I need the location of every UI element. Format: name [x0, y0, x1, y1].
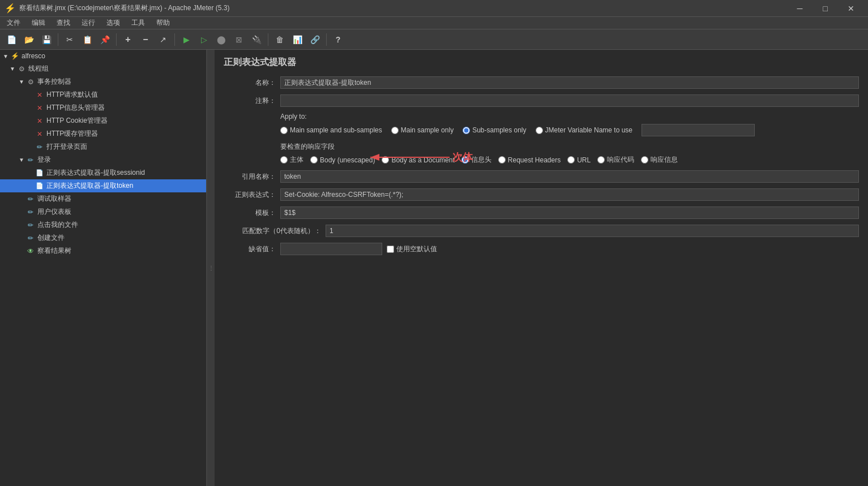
sidebar-item-regex-token[interactable]: 📄 正则表达式提取器-提取token [0, 179, 206, 192]
sidebar-item-http-cookie[interactable]: ✕ HTTP Cookie管理器 [0, 114, 206, 127]
alfresco-icon: ⚡ [10, 51, 19, 61]
comment-input[interactable] [280, 94, 859, 107]
sidebar-item-transaction-controller[interactable]: ▼ ⚙ 事务控制器 [0, 75, 206, 88]
use-default-row: 使用空默认值 [387, 244, 437, 254]
regex-sessionid-icon: 📄 [35, 169, 44, 178]
remote-button[interactable]: 🔗 [307, 32, 323, 48]
minimize-button[interactable]: ─ [787, 0, 813, 17]
run-button[interactable]: ▶ [178, 32, 194, 48]
radio-main-body[interactable]: 主体 [280, 155, 303, 165]
close-button[interactable]: ✕ [838, 0, 863, 17]
radio-info-head[interactable]: 信息头 [461, 155, 491, 165]
sidebar-item-http-defaults[interactable]: ✕ HTTP请求默认值 [0, 88, 206, 101]
radio-sub-only-input[interactable] [463, 127, 470, 134]
menu-item-文件[interactable]: 文件 [2, 17, 25, 29]
default-label: 缺省值： [224, 244, 280, 254]
radio-response-info-label: 响应信息 [651, 155, 678, 165]
match-num-row: 匹配数字（0代表随机）： [224, 225, 859, 237]
maximize-button[interactable]: □ [813, 0, 838, 17]
sidebar-item-create-file[interactable]: ✏ 创建文件 [0, 231, 206, 244]
name-input[interactable] [280, 76, 859, 89]
radio-main-sub-input[interactable] [280, 127, 288, 134]
sidebar-label-alfresco: alfresco [22, 52, 45, 60]
radio-body-unescaped-input[interactable] [310, 156, 318, 164]
ref-name-row: 引用名称： [224, 170, 859, 183]
help-button[interactable]: ? [330, 32, 346, 48]
template-row: 模板： [224, 207, 859, 219]
shutdown-button[interactable]: 🔌 [249, 32, 264, 48]
sidebar-item-my-files[interactable]: ✏ 点击我的文件 [0, 218, 206, 231]
run-nopause-button[interactable]: ▷ [196, 32, 212, 48]
open-button[interactable]: 📂 [21, 32, 37, 48]
move-up-button[interactable]: ↗ [155, 32, 171, 48]
jmeter-var-input[interactable] [642, 124, 755, 136]
sidebar-item-debug-sampler[interactable]: ✏ 调试取样器 [0, 192, 206, 205]
ref-name-input[interactable] [280, 170, 859, 183]
stop-button[interactable]: ⬤ [213, 32, 229, 48]
new-button[interactable]: 📄 [3, 32, 19, 48]
radio-main-sub[interactable]: Main sample and sub-samples [280, 126, 382, 134]
remove-button[interactable]: − [138, 32, 153, 48]
radio-response-info-input[interactable] [641, 156, 648, 164]
radio-request-headers[interactable]: Request Headers [498, 156, 561, 164]
report-button[interactable]: 📊 [289, 32, 305, 48]
menu-item-选项[interactable]: 选项 [102, 17, 125, 29]
radio-info-head-input[interactable] [461, 156, 469, 164]
radio-url[interactable]: URL [567, 156, 591, 164]
menu-item-编辑[interactable]: 编辑 [27, 17, 50, 29]
panel-title: 正则表达式提取器 [224, 57, 859, 68]
radio-jmeter-var[interactable]: JMeter Variable Name to use [536, 126, 633, 134]
radio-response-code-input[interactable] [597, 156, 605, 164]
use-default-checkbox[interactable] [387, 246, 394, 253]
sidebar-item-http-headers[interactable]: ✕ HTTP信息头管理器 [0, 101, 206, 114]
radio-main-only-input[interactable] [391, 127, 399, 134]
clear-button[interactable]: 🗑 [272, 32, 288, 48]
comment-row: 注释： [224, 94, 859, 107]
radio-jmeter-var-input[interactable] [536, 127, 543, 134]
radio-body-unescaped[interactable]: Body (unescaped) [310, 156, 375, 164]
sidebar-label-http-headers: HTTP信息头管理器 [46, 103, 105, 113]
main-layout: ▼ ⚡ alfresco ▼ ⚙ 线程组 ▼ ⚙ 事务控制器 ✕ HTTP请求默… [0, 50, 868, 486]
radio-body-document-input[interactable] [382, 156, 389, 164]
radio-body-document[interactable]: Body as a Document [382, 156, 454, 164]
sidebar-collapse-button[interactable]: ⋮ [207, 50, 215, 486]
menu-item-工具[interactable]: 工具 [127, 17, 149, 29]
http-headers-icon: ✕ [35, 104, 44, 113]
menu-item-查找[interactable]: 查找 [52, 17, 75, 29]
sidebar-item-http-cache[interactable]: ✕ HTTP缓存管理器 [0, 127, 206, 140]
radio-sub-only[interactable]: Sub-samples only [463, 126, 526, 134]
sidebar-item-login[interactable]: ▼ ✏ 登录 [0, 153, 206, 166]
paste-button[interactable]: 📌 [97, 32, 113, 48]
radio-response-code[interactable]: 响应代码 [597, 155, 634, 165]
match-num-input[interactable] [326, 225, 859, 237]
radio-request-headers-label: Request Headers [508, 156, 561, 164]
toolbar: 📄 📂 💾 ✂ 📋 📌 + − ↗ ▶ ▷ ⬤ ⊠ 🔌 🗑 📊 🔗 ? [0, 29, 868, 50]
sidebar-label-user-dashboard: 用户仪表板 [37, 207, 71, 217]
radio-request-headers-input[interactable] [498, 156, 506, 164]
cut-button[interactable]: ✂ [62, 32, 78, 48]
copy-button[interactable]: 📋 [79, 32, 95, 48]
sidebar-item-regex-sessionid[interactable]: 📄 正则表达式提取器-提取sessionid [0, 166, 206, 179]
sidebar-item-login-page[interactable]: ✏ 打开登录页面 [0, 140, 206, 153]
radio-main-body-input[interactable] [280, 156, 288, 164]
regex-input[interactable] [280, 188, 859, 201]
radio-url-input[interactable] [567, 156, 575, 164]
sidebar-item-alfresco[interactable]: ▼ ⚡ alfresco [0, 50, 206, 62]
save-button[interactable]: 💾 [39, 32, 54, 48]
template-input[interactable] [280, 207, 859, 219]
radio-main-only[interactable]: Main sample only [391, 126, 454, 134]
sidebar-label-thread-group: 线程组 [28, 64, 49, 74]
add-button[interactable]: + [120, 32, 136, 48]
toggle-transaction: ▼ [18, 79, 25, 85]
sidebar-item-view-results[interactable]: 👁 察看结果树 [0, 244, 206, 257]
sidebar-item-thread-group[interactable]: ▼ ⚙ 线程组 [0, 62, 206, 75]
radio-response-info[interactable]: 响应信息 [641, 155, 678, 165]
response-radio-group: 主体 Body (unescaped) Body as a Document 信… [224, 155, 859, 165]
default-value-input[interactable] [280, 243, 382, 255]
stop-now-button[interactable]: ⊠ [231, 32, 247, 48]
menu-item-运行[interactable]: 运行 [77, 17, 100, 29]
sidebar-item-user-dashboard[interactable]: ✏ 用户仪表板 [0, 205, 206, 218]
comment-label: 注释： [224, 96, 280, 106]
menu-item-帮助[interactable]: 帮助 [152, 17, 174, 29]
name-label: 名称： [224, 78, 280, 88]
